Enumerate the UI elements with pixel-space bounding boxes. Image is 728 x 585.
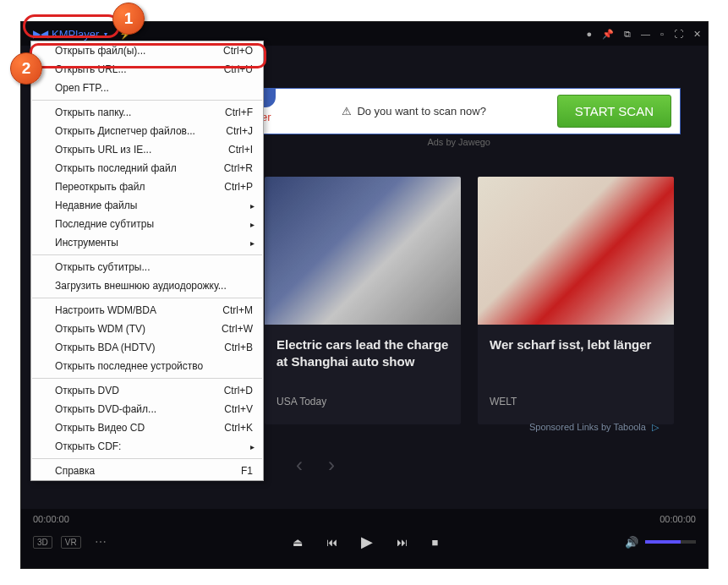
menu-shortcut: Ctrl+J (226, 125, 253, 137)
menu-item[interactable]: СправкаF1 (31, 462, 263, 480)
menu-item-label: Открыть DVD (55, 385, 119, 396)
card-source: USA Today (276, 396, 449, 407)
stop-button[interactable]: ■ (431, 536, 438, 549)
menu-item-label: Инструменты (55, 237, 118, 249)
menu-item[interactable]: Переоткрыть файлCtrl+P (31, 178, 263, 196)
menu-item-label: Открыть папку... (55, 107, 131, 118)
menu-item-label: Открыть субтитры... (55, 261, 150, 273)
menu-item[interactable]: Открыть Диспетчер файлов...Ctrl+J (31, 122, 263, 140)
callout-1: 1 (112, 3, 145, 35)
volume-icon[interactable]: 🔊 (625, 536, 638, 549)
menu-shortcut: Ctrl+F (225, 107, 253, 118)
app-logo-icon: ▶◀ (33, 28, 48, 40)
context-menu: Открыть файл(ы)...Ctrl+OОткрыть URL...Ct… (30, 41, 264, 481)
menu-shortcut: Ctrl+V (224, 403, 253, 415)
menu-item[interactable]: Открыть CDF: (31, 437, 263, 456)
menu-item[interactable]: Загрузить внешнюю аудиодорожку... (31, 276, 263, 295)
warning-icon: ⚠ (342, 105, 352, 118)
menu-item[interactable]: Последние субтитры (31, 215, 263, 233)
menu-separator (32, 298, 262, 298)
card-navigation: ‹ › (296, 453, 335, 477)
menu-item[interactable]: Open FTP... (31, 79, 263, 97)
content-card[interactable]: Wer scharf isst, lebt länger WELT (478, 177, 674, 424)
sponsored-label[interactable]: Sponsored Links by Taboola ▷ (529, 422, 659, 433)
menu-separator (32, 254, 262, 255)
scan-banner: go puter ⚠ Do you want to scan now? STAR… (237, 88, 681, 134)
callout-2: 2 (10, 52, 42, 85)
menu-item[interactable]: Открыть WDM (TV)Ctrl+W (31, 320, 263, 338)
menu-item[interactable]: Открыть файл(ы)...Ctrl+O (31, 41, 263, 60)
prev-button[interactable]: ⏮ (326, 536, 337, 549)
menu-shortcut: Ctrl+M (222, 304, 253, 316)
menu-item[interactable]: Инструменты (31, 233, 263, 252)
menu-item-label: Загрузить внешнюю аудиодорожку... (55, 280, 227, 292)
minimize-button[interactable]: — (641, 29, 650, 39)
menu-shortcut: Ctrl+U (224, 63, 253, 75)
play-button[interactable]: ▶ (361, 533, 373, 551)
eject-button[interactable]: ⏏ (293, 536, 303, 549)
menu-item-label: Переоткрыть файл (55, 181, 145, 193)
menu-shortcut: Ctrl+R (224, 162, 253, 174)
next-card-button[interactable]: › (328, 453, 335, 477)
menu-item-label: Открыть CDF: (55, 440, 121, 452)
card-title: Electric cars lead the charge at Shangha… (276, 336, 449, 389)
menu-item[interactable]: Открыть URL из IE...Ctrl+I (31, 140, 263, 159)
menu-item-label: Открыть URL... (55, 63, 126, 75)
time-total: 00:00:00 (660, 514, 696, 524)
menu-item-label: Открыть последний файл (55, 162, 177, 174)
fullscreen-icon[interactable]: ⛶ (674, 29, 683, 39)
menu-separator (32, 378, 262, 379)
vr-badge[interactable]: VR (61, 536, 81, 549)
chevron-down-icon: ▾ (104, 30, 107, 38)
menu-item[interactable]: Открыть папку...Ctrl+F (31, 103, 263, 122)
menu-item-label: Справка (55, 465, 95, 477)
menu-item-label: Недавние файлы (55, 200, 137, 211)
menu-item[interactable]: Открыть BDA (HDTV)Ctrl+B (31, 338, 263, 357)
menu-shortcut: Ctrl+P (224, 181, 253, 193)
menu-item[interactable]: Настроить WDM/BDACtrl+M (31, 301, 263, 320)
menu-item-label: Открыть Диспетчер файлов... (55, 125, 195, 137)
volume-slider[interactable] (645, 540, 696, 544)
menu-item[interactable]: Открыть последний файлCtrl+R (31, 159, 263, 178)
menu-item[interactable]: Открыть Видео CDCtrl+K (31, 418, 263, 437)
menu-shortcut: Ctrl+O (223, 45, 253, 57)
time-elapsed: 00:00:00 (33, 514, 69, 524)
menu-item-label: Открыть DVD-файл... (55, 403, 156, 415)
menu-separator (32, 458, 262, 459)
menu-item[interactable]: Открыть субтитры... (31, 258, 263, 276)
menu-shortcut: Ctrl+I (228, 144, 253, 156)
menu-item-label: Открыть WDM (TV) (55, 323, 145, 335)
menu-item-label: Последние субтитры (55, 218, 154, 230)
app-name: KMPlayer (52, 28, 99, 41)
app-menu-trigger[interactable]: ▶◀ KMPlayer ▾ (28, 26, 112, 42)
more-icon[interactable]: ⋯ (95, 535, 107, 549)
banner-question: ⚠ Do you want to scan now? (271, 105, 557, 118)
prev-card-button[interactable]: ‹ (296, 453, 303, 477)
record-icon[interactable]: ● (586, 29, 592, 39)
menu-shortcut: F1 (241, 465, 253, 477)
menu-item-label: Открыть файл(ы)... (55, 45, 145, 57)
player-bar: 00:00:00 00:00:00 3D VR ⋯ ⏏ ⏮ ▶ ⏭ ■ 🔊 (21, 509, 708, 568)
close-button[interactable]: ✕ (693, 29, 701, 40)
menu-item-label: Открыть Видео CD (55, 422, 145, 434)
menu-shortcut: Ctrl+K (224, 422, 253, 434)
menu-item-label: Открыть URL из IE... (55, 144, 151, 156)
card-image (265, 177, 461, 325)
menu-item[interactable]: Открыть последнее устройство (31, 357, 263, 375)
menu-shortcut: Ctrl+B (224, 342, 253, 353)
menu-item-label: Открыть последнее устройство (55, 360, 203, 372)
menu-item-label: Настроить WDM/BDA (55, 304, 156, 316)
menu-separator (32, 100, 262, 101)
menu-item[interactable]: Открыть DVDCtrl+D (31, 381, 263, 400)
start-scan-button[interactable]: START SCAN (557, 95, 671, 128)
menu-item[interactable]: Открыть DVD-файл...Ctrl+V (31, 400, 263, 418)
pin-icon[interactable]: 📌 (602, 29, 614, 40)
menu-item[interactable]: Открыть URL...Ctrl+U (31, 60, 263, 79)
content-card[interactable]: Electric cars lead the charge at Shangha… (265, 177, 461, 424)
restore-icon[interactable]: ⧉ (624, 29, 631, 40)
menu-item-label: Open FTP... (55, 82, 109, 94)
menu-item[interactable]: Недавние файлы (31, 196, 263, 215)
maximize-button[interactable]: ▫ (660, 29, 664, 39)
3d-badge[interactable]: 3D (33, 536, 52, 549)
next-button[interactable]: ⏭ (397, 536, 408, 549)
